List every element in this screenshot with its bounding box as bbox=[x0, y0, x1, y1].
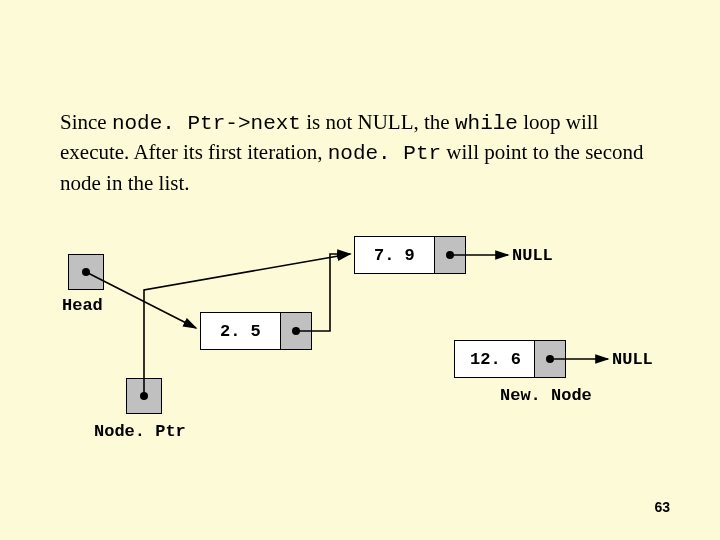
text-2: is not NULL, the bbox=[301, 110, 455, 134]
nodeptr-dot bbox=[140, 392, 148, 400]
newnode-label: New. Node bbox=[500, 386, 592, 405]
code-3: node. Ptr bbox=[328, 142, 441, 165]
slide: Since node. Ptr->next is not NULL, the w… bbox=[0, 0, 720, 540]
page-number: 63 bbox=[654, 499, 670, 515]
null-1-label: NULL bbox=[512, 246, 553, 265]
node-3-next-dot bbox=[546, 355, 554, 363]
node-2-next-dot bbox=[446, 251, 454, 259]
text-1: Since bbox=[60, 110, 112, 134]
code-2: while bbox=[455, 112, 518, 135]
node-1-value: 2. 5 bbox=[220, 322, 261, 341]
nodeptr-label: Node. Ptr bbox=[94, 422, 186, 441]
head-label: Head bbox=[62, 296, 103, 315]
paragraph: Since node. Ptr->next is not NULL, the w… bbox=[60, 108, 660, 197]
code-1: node. Ptr->next bbox=[112, 112, 301, 135]
null-2-label: NULL bbox=[612, 350, 653, 369]
head-dot bbox=[82, 268, 90, 276]
linked-list-diagram: Head Node. Ptr 2. 5 7. 9 NULL 12. 6 NULL… bbox=[40, 230, 680, 490]
node-1-next-dot bbox=[292, 327, 300, 335]
node-3-value: 12. 6 bbox=[470, 350, 521, 369]
node-2-value: 7. 9 bbox=[374, 246, 415, 265]
